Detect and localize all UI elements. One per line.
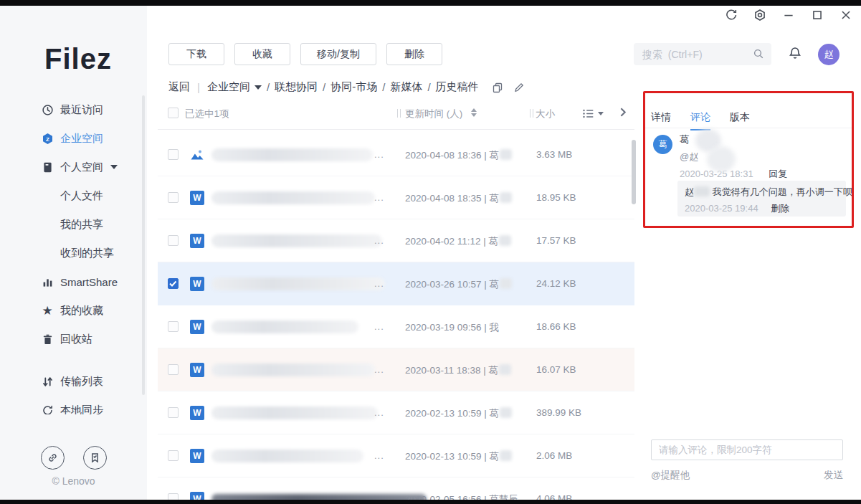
row-checkbox[interactable] <box>168 407 179 418</box>
copy-path-icon[interactable] <box>492 82 503 93</box>
breadcrumb-item-4[interactable]: 历史稿件 <box>436 80 479 94</box>
select-all-checkbox[interactable] <box>168 108 179 118</box>
maximize-icon[interactable] <box>811 9 824 22</box>
breadcrumb-divider: | <box>197 81 200 93</box>
sidebar-item-3[interactable]: 个人空间 <box>0 153 147 181</box>
reply-date: 2020-03-25 19:44 <box>685 203 758 214</box>
sidebar-item-9[interactable]: 回收站 <box>0 325 147 353</box>
sidebar-scrollbar[interactable] <box>142 95 145 395</box>
redacted-user-name <box>499 364 511 375</box>
search-input[interactable] <box>634 43 771 65</box>
clock-icon <box>40 103 54 117</box>
user-avatar[interactable]: 赵 <box>818 44 839 65</box>
breadcrumb-item-1[interactable]: 联想协同 <box>275 80 318 94</box>
view-mode-toggle[interactable] <box>582 108 604 120</box>
breadcrumb-root[interactable]: 企业空间 <box>207 80 250 94</box>
row-checkbox[interactable] <box>168 321 179 332</box>
word-file-icon: W <box>190 449 204 463</box>
chevron-down-icon <box>598 112 604 115</box>
comment-input[interactable] <box>651 439 843 460</box>
selection-count-label: 已选中1项 <box>185 108 229 120</box>
redacted-user-name <box>500 192 512 203</box>
column-header-updated[interactable]: 更新时间 (人) <box>405 108 462 120</box>
reply-button[interactable]: 回复 <box>769 168 787 179</box>
file-row-3[interactable]: W...2020-04-02 11:12 | 葛17.57 KB <box>158 219 634 262</box>
row-checkbox[interactable] <box>168 278 179 289</box>
file-row-5[interactable]: W...2020-03-19 09:56 | 我18.66 KB <box>158 305 634 348</box>
row-updated-time: 2020-04-02 11:12 | 葛 <box>405 235 511 248</box>
row-checkbox[interactable] <box>168 235 179 246</box>
file-row-6[interactable]: W...2020-03-11 18:38 | 葛16.07 KB <box>158 348 634 391</box>
sidebar-item-2[interactable]: Z企业空间 <box>0 124 147 153</box>
word-file-icon: W <box>190 234 204 248</box>
breadcrumb-item-2[interactable]: 协同-市场 <box>330 80 377 94</box>
sync-icon <box>40 403 54 414</box>
mention-someone-button[interactable]: @提醒他 <box>651 469 690 482</box>
sidebar: Filez 最近访问Z企业空间个人空间个人文件我的共享收到的共享SmartSha… <box>0 6 147 500</box>
redacted-name-blur <box>694 186 710 196</box>
sidebar-item-8[interactable]: ★我的收藏 <box>0 296 147 325</box>
file-row-4[interactable]: W...2020-03-26 10:57 | 葛24.12 KB <box>158 262 634 305</box>
sidebar-item-7[interactable]: SmartShare <box>0 267 147 296</box>
sidebar-item-4[interactable]: 个人文件 <box>0 181 147 210</box>
row-checkbox[interactable] <box>168 493 179 500</box>
redacted-file-name <box>211 148 373 161</box>
file-row-7[interactable]: W...2020-02-13 10:59 | 葛389.99 KB <box>158 391 634 434</box>
send-comment-button[interactable]: 发送 <box>824 469 843 482</box>
row-updated-time: 2020-03-11 18:38 | 葛 <box>405 364 511 377</box>
sidebar-item-6[interactable]: 收到的共享 <box>0 239 147 267</box>
row-file-size: 4.06 MB <box>536 493 572 500</box>
row-updated-time: 2020-03-19 09:56 | 我 <box>405 321 499 334</box>
redacted-user-name <box>499 235 511 246</box>
delete-button[interactable]: 删除 <box>386 43 442 65</box>
favorite-button[interactable]: 收藏 <box>234 43 290 65</box>
row-checkbox[interactable] <box>168 192 179 203</box>
list-view-icon <box>582 108 594 120</box>
chevron-down-icon[interactable] <box>255 85 262 90</box>
move-copy-button[interactable]: 移动/复制 <box>300 43 376 65</box>
minimize-icon[interactable] <box>782 9 795 22</box>
back-link[interactable]: 返回 <box>168 80 190 94</box>
file-row-1[interactable]: ...2020-04-08 18:36 | 葛3.63 MB <box>158 133 634 176</box>
row-file-size: 2.06 MB <box>536 450 572 461</box>
search-icon[interactable] <box>753 48 765 60</box>
file-row-8[interactable]: W...2020-02-13 10:59 | 葛2.06 MB <box>158 434 634 477</box>
column-resize-handle[interactable] <box>530 109 533 118</box>
redacted-file-name <box>211 234 382 247</box>
close-icon[interactable] <box>839 9 852 22</box>
row-checkbox[interactable] <box>168 364 179 375</box>
row-checkbox[interactable] <box>168 149 179 160</box>
refresh-icon[interactable] <box>725 9 738 22</box>
column-resize-handle[interactable] <box>397 109 401 118</box>
flag-check-icon <box>89 452 101 464</box>
approval-button[interactable] <box>83 446 107 470</box>
download-button[interactable]: 下载 <box>168 43 224 65</box>
rename-icon[interactable] <box>513 82 525 93</box>
sidebar-footer-buttons <box>0 446 147 470</box>
delete-comment-button[interactable]: 删除 <box>771 203 789 214</box>
sidebar-item-10[interactable]: 传输列表 <box>0 367 147 396</box>
sidebar-item-11[interactable]: 本地同步 <box>0 396 147 414</box>
sidebar-item-label: 个人空间 <box>60 161 103 174</box>
column-header-size[interactable]: 大小 <box>536 108 555 120</box>
sidebar-item-label: 最近访问 <box>60 103 103 117</box>
sidebar-item-label: 企业空间 <box>60 132 103 146</box>
file-list-scrollbar[interactable] <box>632 140 636 204</box>
sort-toggle[interactable] <box>471 108 477 117</box>
bars-icon <box>40 275 54 289</box>
collapse-panel-button[interactable] <box>617 106 629 120</box>
settings-icon[interactable] <box>753 9 766 22</box>
chevron-right-icon <box>617 106 629 118</box>
row-checkbox[interactable] <box>168 450 179 461</box>
sidebar-nav: 最近访问Z企业空间个人空间个人文件我的共享收到的共享SmartShare★我的收… <box>0 95 147 414</box>
sidebar-item-5[interactable]: 我的共享 <box>0 210 147 239</box>
file-row-2[interactable]: W...2020-04-08 18:35 | 葛18.95 KB <box>158 176 634 219</box>
share-link-button[interactable] <box>41 446 65 470</box>
notifications-button[interactable] <box>788 46 802 62</box>
comment-mention[interactable]: @赵 <box>680 151 847 163</box>
chevron-down-icon[interactable] <box>110 165 118 169</box>
row-file-size: 18.66 KB <box>536 321 576 332</box>
breadcrumb-item-3[interactable]: 新媒体 <box>390 80 422 94</box>
file-row-9[interactable]: W2020-02-05 16:56 | 葛慧辰4.06 MB <box>158 477 634 500</box>
sidebar-item-1[interactable]: 最近访问 <box>0 95 147 124</box>
